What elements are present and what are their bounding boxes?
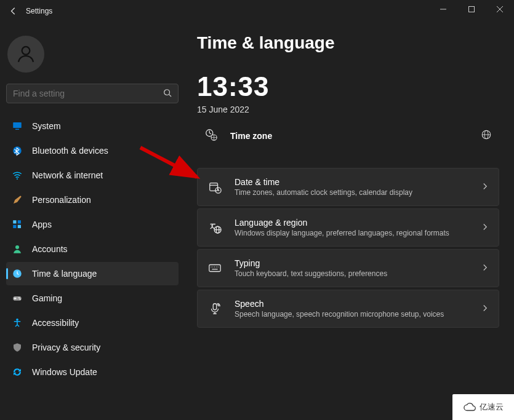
sidebar-item-label: Gaming [32, 293, 62, 303]
maximize-button[interactable] [457, 0, 486, 18]
chevron-right-icon [481, 263, 489, 273]
svg-rect-13 [13, 225, 16, 228]
sidebar-item-accounts[interactable]: Accounts [6, 237, 179, 261]
sidebar-item-label: System [32, 121, 61, 131]
svg-point-19 [20, 299, 21, 300]
watermark: 亿速云 [452, 394, 514, 420]
date-display: 15 June 2022 [197, 105, 499, 114]
person-icon [11, 243, 23, 255]
sidebar-item-accessibility[interactable]: Accessibility [6, 311, 179, 335]
search-icon [161, 89, 174, 99]
svg-point-15 [15, 245, 19, 249]
svg-point-4 [22, 47, 30, 55]
bluetooth-icon [11, 145, 23, 157]
sidebar-item-personalization[interactable]: Personalization [6, 188, 179, 212]
card-description: Time zones, automatic clock settings, ca… [235, 188, 469, 197]
sidebar-item-apps[interactable]: Apps [6, 213, 179, 236]
svg-point-5 [164, 89, 170, 95]
sidebar-item-system[interactable]: System [6, 114, 179, 138]
timezone-row: Time zone [197, 125, 499, 146]
nav-list: SystemBluetooth & devicesNetwork & inter… [6, 114, 179, 384]
sidebar-item-label: Time & language [32, 269, 97, 279]
svg-rect-11 [13, 220, 16, 223]
sidebar-item-label: Accounts [32, 244, 68, 254]
person-icon [15, 44, 36, 65]
sidebar-item-time-language[interactable]: Time & language [6, 262, 179, 285]
sidebar-item-network-internet[interactable]: Network & internet [6, 164, 179, 187]
svg-rect-39 [213, 304, 217, 310]
content-area: Time & language 13:33 15 June 2022 Time … [185, 22, 514, 420]
svg-line-6 [169, 94, 172, 97]
cloud-icon [464, 402, 477, 412]
svg-point-20 [16, 319, 18, 321]
sidebar-item-label: Windows Update [32, 367, 97, 377]
chevron-right-icon [481, 223, 489, 232]
svg-rect-12 [18, 220, 21, 223]
search-input[interactable] [13, 89, 161, 98]
sidebar: SystemBluetooth & devicesNetwork & inter… [0, 22, 185, 420]
minimize-button[interactable] [429, 0, 457, 18]
access-icon [11, 317, 23, 329]
globe-icon [481, 129, 492, 142]
clock-display: 13:33 [197, 71, 499, 102]
avatar[interactable] [7, 36, 44, 73]
card-title: Date & time [235, 177, 469, 187]
card-description: Windows display language, preferred lang… [235, 229, 469, 237]
svg-rect-1 [469, 7, 475, 12]
back-button[interactable] [5, 2, 22, 20]
mic-icon [207, 302, 222, 315]
sidebar-item-label: Privacy & security [32, 343, 100, 352]
sidebar-item-gaming[interactable]: Gaming [6, 287, 179, 310]
calendar-clock-icon [207, 180, 222, 194]
sidebar-item-privacy-security[interactable]: Privacy & security [6, 336, 179, 359]
svg-rect-8 [15, 129, 19, 130]
card-speech[interactable]: Speech Speech language, speech recogniti… [197, 290, 499, 328]
monitor-icon [11, 120, 23, 132]
sidebar-item-label: Accessibility [32, 318, 79, 328]
sidebar-item-bluetooth-devices[interactable]: Bluetooth & devices [6, 139, 179, 162]
sidebar-item-label: Bluetooth & devices [32, 146, 108, 156]
card-language-region[interactable]: Language & region Windows display langua… [197, 208, 499, 247]
window-controls [429, 0, 514, 18]
minimize-icon [440, 6, 446, 12]
brush-icon [11, 194, 23, 206]
card-title: Language & region [235, 218, 469, 228]
window-title: Settings [26, 7, 52, 15]
sidebar-item-windows-update[interactable]: Windows Update [6, 360, 179, 384]
clock-icon [11, 267, 23, 280]
settings-cards: Date & time Time zones, automatic clock … [197, 168, 499, 328]
sidebar-item-label: Apps [32, 220, 52, 229]
chevron-right-icon [481, 182, 489, 192]
card-title: Typing [235, 258, 469, 268]
close-icon [497, 6, 503, 12]
card-typing[interactable]: Typing Touch keyboard, text suggestions,… [197, 249, 499, 287]
svg-point-18 [18, 297, 20, 298]
svg-point-10 [17, 178, 18, 180]
arrow-left-icon [9, 7, 18, 15]
svg-rect-26 [210, 183, 218, 191]
svg-rect-7 [13, 122, 22, 128]
card-description: Speech language, speech recognition micr… [235, 310, 469, 319]
timezone-label: Time zone [230, 131, 468, 141]
svg-rect-14 [18, 225, 21, 228]
maximize-icon [468, 6, 475, 12]
svg-rect-32 [209, 265, 220, 272]
page-title: Time & language [197, 33, 499, 53]
close-button[interactable] [486, 0, 514, 18]
search-box[interactable] [6, 84, 179, 103]
sidebar-item-label: Personalization [32, 195, 91, 205]
apps-icon [11, 218, 23, 231]
clock-globe-icon [204, 128, 218, 143]
lang-globe-icon [207, 221, 222, 234]
keyboard-icon [207, 261, 222, 275]
chevron-right-icon [481, 304, 489, 314]
watermark-text: 亿速云 [480, 402, 504, 413]
card-description: Touch keyboard, text suggestions, prefer… [235, 269, 469, 278]
sidebar-item-label: Network & internet [32, 170, 103, 180]
shield-icon [11, 341, 23, 354]
card-title: Speech [235, 299, 469, 309]
svg-point-9 [13, 146, 22, 155]
update-icon [11, 366, 23, 378]
card-date-time[interactable]: Date & time Time zones, automatic clock … [197, 168, 499, 206]
wifi-icon [11, 169, 23, 181]
